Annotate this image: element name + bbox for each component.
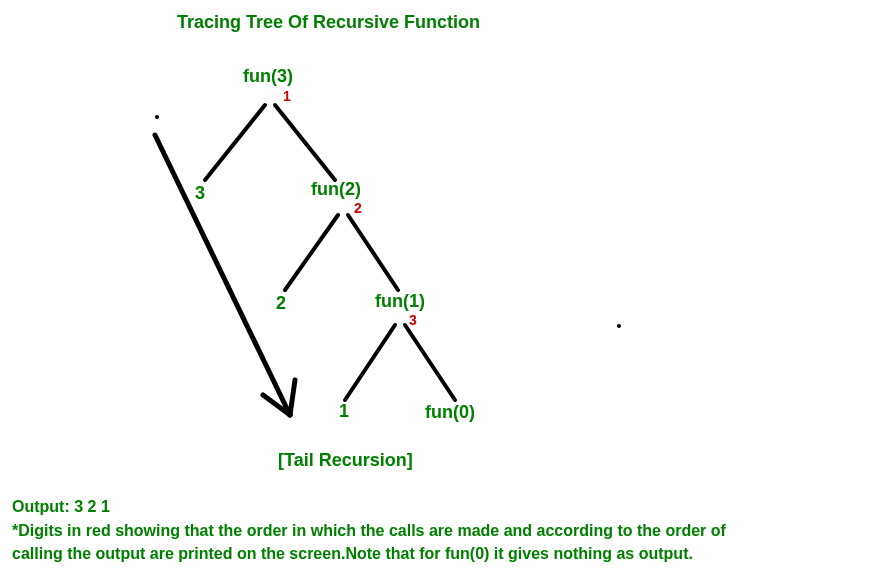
order-1: 1	[283, 88, 291, 104]
node-fun0: fun(0)	[425, 402, 475, 423]
stray-dot-1	[155, 115, 159, 119]
note-line-2: calling the output are printed on the sc…	[12, 543, 693, 565]
node-fun1: fun(1)	[375, 291, 425, 312]
tree-svg	[0, 0, 879, 574]
node-fun3: fun(3)	[243, 66, 293, 87]
node-leaf3: 3	[195, 183, 205, 204]
svg-line-0	[205, 105, 265, 180]
note-line-1: *Digits in red showing that the order in…	[12, 520, 726, 542]
svg-line-1	[275, 105, 335, 180]
svg-line-3	[348, 215, 398, 290]
subtitle-tail-recursion: [Tail Recursion]	[278, 450, 413, 471]
svg-line-5	[405, 325, 455, 400]
node-fun2: fun(2)	[311, 179, 361, 200]
svg-line-2	[285, 215, 338, 290]
svg-line-8	[290, 380, 295, 415]
order-3: 3	[409, 312, 417, 328]
stray-dot-2	[617, 324, 621, 328]
node-leaf1: 1	[339, 401, 349, 422]
node-leaf2: 2	[276, 293, 286, 314]
svg-line-6	[155, 135, 290, 415]
output-text: Output: 3 2 1	[12, 498, 110, 516]
order-2: 2	[354, 200, 362, 216]
svg-line-4	[345, 325, 395, 400]
